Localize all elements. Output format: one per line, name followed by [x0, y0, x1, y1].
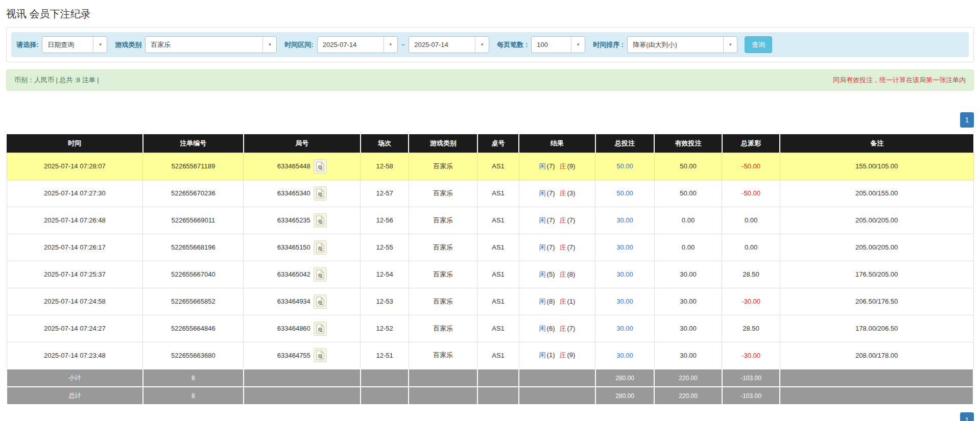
video-icon[interactable] [314, 294, 327, 309]
pagination-bottom: 1 [6, 412, 974, 421]
col-result: 结果 [519, 134, 595, 153]
cell-round-no: 633465150 [244, 234, 361, 261]
cell-bet-no: 522655664846 [143, 315, 244, 342]
cell-valid-bet: 30.00 [654, 288, 722, 315]
query-type-select[interactable]: 日期查询 ▼ [42, 36, 107, 53]
cell-payout: -50.00 [722, 180, 780, 207]
cell-game: 百家乐 [409, 180, 477, 207]
cell-time: 2025-07-14 07:26:48 [7, 207, 143, 234]
cell-result: 闲(7)庄(9) [519, 153, 595, 180]
video-icon[interactable] [314, 159, 327, 174]
cell-game: 百家乐 [409, 342, 477, 369]
sort-order-select[interactable]: 降幂(由大到小) ▼ [627, 36, 737, 53]
cell-result: 闲(8)庄(1) [519, 288, 595, 315]
cell-total-bet[interactable]: 30.00 [595, 261, 654, 288]
page-title: 视讯 会员下注纪录 [6, 7, 974, 21]
cell-round-no: 633464934 [244, 288, 361, 315]
cell-result: 闲(7)庄(7) [519, 234, 595, 261]
search-button[interactable]: 查询 [745, 36, 772, 53]
cell-total-bet[interactable]: 30.00 [595, 342, 654, 369]
cell-round-no: 633465340 [244, 180, 361, 207]
col-bet-no: 注单编号 [143, 134, 244, 153]
cell-time: 2025-07-14 07:23:48 [7, 342, 143, 369]
round-no-text: 633465340 [277, 189, 310, 197]
cell-table-no: AS1 [477, 180, 519, 207]
col-total-bet: 总投注 [595, 134, 654, 153]
cell-session: 12-54 [361, 261, 409, 288]
page-container: 视讯 会员下注纪录 请选择: 日期查询 ▼ 游戏类别 百家乐 ▼ 时间区间: 2… [0, 0, 980, 421]
table-row: 2025-07-14 07:28:07 522655671189 6334654… [7, 153, 973, 180]
cell-payout: 0.00 [722, 207, 780, 234]
chevron-down-icon: ▼ [723, 37, 737, 53]
cell-payout: 28.50 [722, 315, 780, 342]
cell-payout: -30.00 [722, 288, 780, 315]
cell-total-bet[interactable]: 50.00 [595, 153, 654, 180]
page-1-button[interactable]: 1 [960, 112, 974, 128]
cell-result: 闲(6)庄(7) [519, 315, 595, 342]
cell-valid-bet: 50.00 [654, 180, 722, 207]
range-separator: ~ [401, 41, 405, 48]
chevron-down-icon: ▼ [93, 37, 107, 53]
video-icon[interactable] [314, 321, 327, 336]
cell-total-bet[interactable]: 30.00 [595, 288, 654, 315]
cell-time: 2025-07-14 07:25:37 [7, 261, 143, 288]
cell-game: 百家乐 [409, 261, 477, 288]
round-no-text: 633464860 [277, 325, 310, 332]
cell-valid-bet: 30.00 [654, 261, 722, 288]
table-row: 2025-07-14 07:25:37 522655667040 6334650… [7, 261, 973, 288]
game-type-select[interactable]: 百家乐 ▼ [145, 36, 277, 53]
video-icon[interactable] [314, 186, 327, 201]
time-range-label: 时间区间: [284, 40, 313, 49]
page-size-label: 每页笔数 : [497, 40, 528, 49]
table-row: 2025-07-14 07:23:48 522655663680 6334647… [7, 342, 973, 369]
date-to-value: 2025-07-14 [409, 37, 475, 53]
cell-remark: 208.00/178.00 [780, 342, 973, 369]
cell-table-no: AS1 [477, 288, 519, 315]
chevron-down-icon: ▼ [384, 37, 397, 53]
round-no-text: 633464755 [277, 352, 310, 359]
round-no-text: 633465150 [277, 243, 310, 251]
subtotal-valid-bet: 220.00 [654, 369, 722, 387]
cell-remark: 205.00/205.00 [780, 207, 973, 234]
pagination-top: 1 [6, 112, 974, 128]
cell-remark: 178.00/206.50 [780, 315, 973, 342]
cell-total-bet[interactable]: 50.00 [595, 180, 654, 207]
table-row: 2025-07-14 07:26:17 522655668196 6334651… [7, 234, 973, 261]
filter-panel: 请选择: 日期查询 ▼ 游戏类别 百家乐 ▼ 时间区间: 2025-07-14 … [6, 27, 974, 62]
cell-table-no: AS1 [477, 207, 519, 234]
cell-valid-bet: 30.00 [654, 342, 722, 369]
cell-session: 12-51 [361, 342, 409, 369]
cell-table-no: AS1 [477, 234, 519, 261]
date-to-select[interactable]: 2025-07-14 ▼ [409, 36, 489, 53]
query-type-value: 日期查询 [42, 37, 93, 53]
video-icon[interactable] [314, 213, 327, 228]
cell-result: 闲(7)庄(7) [519, 207, 595, 234]
date-from-select[interactable]: 2025-07-14 ▼ [317, 36, 398, 53]
cell-payout: -30.00 [722, 342, 780, 369]
video-icon[interactable] [314, 348, 327, 362]
cell-valid-bet: 50.00 [654, 153, 722, 180]
cell-valid-bet: 0.00 [654, 234, 722, 261]
cell-total-bet[interactable]: 30.00 [595, 234, 654, 261]
cell-round-no: 633464755 [244, 342, 361, 369]
sort-order-value: 降幂(由大到小) [628, 37, 723, 53]
chevron-down-icon: ▼ [262, 37, 276, 53]
cell-time: 2025-07-14 07:28:07 [7, 153, 143, 180]
cell-time: 2025-07-14 07:24:58 [7, 288, 143, 315]
cell-remark: 205.00/155.00 [780, 180, 973, 207]
total-valid-bet: 220.00 [654, 387, 722, 405]
page-1-button[interactable]: 1 [960, 412, 974, 421]
col-payout: 总派彩 [722, 134, 780, 153]
cell-total-bet[interactable]: 30.00 [595, 315, 654, 342]
page-size-select[interactable]: 100 ▼ [531, 36, 585, 53]
cell-total-bet[interactable]: 30.00 [595, 207, 654, 234]
table-row: 2025-07-14 07:27:30 522655670236 6334653… [7, 180, 973, 207]
chevron-down-icon: ▼ [571, 37, 585, 53]
video-icon[interactable] [314, 240, 327, 255]
table-row: 2025-07-14 07:24:58 522655665852 6334649… [7, 288, 973, 315]
cell-table-no: AS1 [477, 342, 519, 369]
video-icon[interactable] [314, 267, 327, 282]
query-type-label: 请选择: [16, 40, 38, 49]
cell-bet-no: 522655671189 [143, 153, 244, 180]
total-payout: -103.00 [722, 387, 780, 405]
